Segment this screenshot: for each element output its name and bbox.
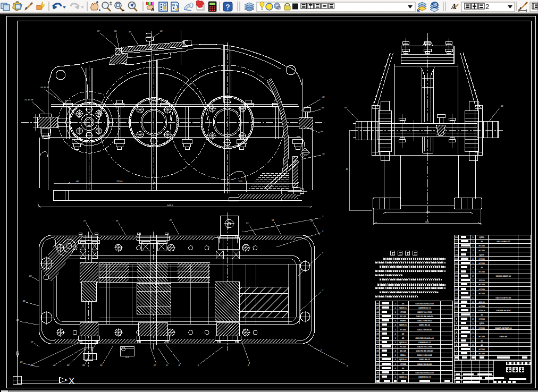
svg-text:40: 40	[160, 30, 163, 32]
svg-text:29: 29	[20, 361, 23, 363]
svg-text:41: 41	[376, 323, 379, 326]
svg-text:HT200: HT200	[479, 293, 485, 295]
svg-text:GB6170-86-M12: GB6170-86-M12	[417, 354, 432, 356]
svg-text:Q235: Q235	[480, 322, 484, 325]
svg-text:270: 270	[238, 180, 242, 183]
svg-text:23: 23	[455, 258, 458, 260]
svg-text:GB12-GB93-77: GB12-GB93-77	[497, 241, 510, 243]
svg-text:45: 45	[481, 340, 483, 342]
svg-text:GB5782-86-M12x40: GB5782-86-M12x40	[415, 303, 434, 305]
svg-text:14: 14	[455, 296, 458, 299]
svg-text:40: 40	[53, 364, 56, 367]
svg-text:19: 19	[455, 275, 458, 277]
svg-text:25: 25	[115, 219, 119, 222]
svg-text:38: 38	[82, 364, 85, 367]
svg-text:45: 45	[402, 302, 405, 305]
svg-text:13: 13	[455, 301, 458, 303]
svg-text:HT200: HT200	[479, 318, 485, 320]
svg-text:HT200: HT200	[479, 262, 485, 265]
svg-text:GB97-85-12: GB97-85-12	[419, 324, 430, 326]
svg-text:27: 27	[169, 219, 172, 221]
svg-text:7:1: 7:1	[503, 377, 507, 380]
svg-text:28: 28	[29, 275, 32, 277]
svg-text:20: 20	[455, 270, 458, 273]
svg-text:HT200: HT200	[479, 348, 485, 351]
svg-text:60: 60	[76, 180, 79, 183]
svg-text:17: 17	[455, 283, 458, 286]
svg-text:36: 36	[376, 345, 379, 348]
svg-text:HT200: HT200	[479, 245, 485, 247]
svg-text:GB93-85: GB93-85	[499, 336, 507, 338]
svg-text:65Mn: 65Mn	[400, 319, 406, 322]
svg-text:10: 10	[100, 364, 103, 367]
svg-text:30: 30	[376, 371, 379, 374]
svg-text:Q235-A: Q235-A	[399, 306, 407, 309]
svg-text:GB293-JB297-84: GB293-JB297-84	[496, 275, 511, 277]
svg-text:X: X	[69, 376, 74, 386]
svg-text:?: ?	[225, 3, 230, 11]
svg-text:42: 42	[376, 319, 379, 322]
svg-text:45: 45	[402, 367, 405, 370]
svg-text:31 30 29: 31 30 29	[24, 98, 33, 101]
svg-text:A-A: A-A	[125, 356, 129, 359]
svg-text:44: 44	[321, 130, 323, 133]
svg-text:Q235-A: Q235-A	[399, 323, 407, 326]
svg-text:45: 45	[481, 267, 483, 269]
svg-text:A235-A: A235-A	[478, 310, 485, 312]
svg-text:GB297-84-7208: GB297-84-7208	[417, 346, 432, 348]
svg-text:36: 36	[16, 319, 19, 321]
svg-text:19: 19	[31, 340, 33, 343]
svg-text:22: 22	[455, 262, 458, 265]
svg-text:GB5782-86-M12x40: GB5782-86-M12x40	[415, 337, 434, 339]
svg-text:233.5: 233.5	[116, 180, 123, 183]
svg-text:GB297-84-7208: GB297-84-7208	[417, 311, 432, 313]
svg-text:45: 45	[402, 371, 405, 374]
svg-text:32: 32	[376, 363, 379, 365]
svg-text:ZCr15: ZCr15	[400, 315, 406, 318]
svg-text:45: 45	[402, 337, 405, 339]
svg-text:HT200: HT200	[479, 288, 485, 291]
svg-text:GB278-GB793-84: GB278-GB793-84	[495, 297, 511, 299]
svg-text:1: 1	[321, 348, 322, 351]
svg-text:39: 39	[67, 364, 70, 367]
svg-text:HT200: HT200	[479, 250, 485, 252]
svg-text:HT200: HT200	[479, 336, 485, 338]
svg-text:26: 26	[455, 244, 458, 247]
svg-text:31: 31	[376, 367, 379, 370]
svg-text:10: 10	[455, 313, 458, 316]
svg-text:28: 28	[455, 236, 458, 238]
svg-text:ZCr15: ZCr15	[400, 350, 406, 352]
svg-text:33: 33	[376, 358, 379, 361]
svg-text:37: 37	[97, 30, 100, 32]
svg-text:33: 33	[23, 300, 26, 302]
svg-text:GB297-JB/T297-84: GB297-JB/T297-84	[495, 327, 512, 329]
svg-text:45: 45	[481, 344, 483, 346]
svg-text:35: 35	[114, 30, 117, 32]
svg-text:Q235: Q235	[480, 236, 484, 238]
svg-text:GB6170-86-M12: GB6170-86-M12	[417, 320, 432, 322]
svg-text:Q235-A: Q235-A	[399, 376, 407, 378]
svg-text:A: A	[151, 7, 155, 12]
svg-text:GB117-86-8x30: GB117-86-8x30	[417, 363, 432, 365]
svg-text:Q235: Q235	[480, 254, 484, 256]
svg-text:GB893-86-72: GB893-86-72	[418, 376, 431, 378]
svg-text:40: 40	[376, 328, 379, 331]
svg-text:HT200: HT200	[400, 363, 407, 365]
svg-text:25: 25	[455, 249, 458, 252]
svg-text:16: 16	[455, 288, 458, 291]
svg-text:GB5782-86-M8x25: GB5782-86-M8x25	[416, 350, 433, 352]
svg-text:37: 37	[376, 341, 379, 344]
svg-text:39: 39	[376, 333, 379, 335]
svg-text:Q235-A: Q235-A	[399, 358, 407, 361]
svg-text:48: 48	[501, 105, 503, 107]
svg-text:GB893-86-72: GB893-86-72	[418, 307, 431, 309]
svg-text:ZCr15: ZCr15	[479, 301, 485, 303]
svg-text:Q235-A: Q235-A	[399, 341, 407, 344]
svg-text:GB1096-86-M25: GB1096-86-M25	[496, 310, 510, 312]
svg-text:GB5782-86-M12x40: GB5782-86-M12x40	[415, 372, 434, 374]
svg-text:255: 255	[426, 210, 431, 213]
svg-text:543.5: 543.5	[167, 204, 173, 207]
svg-text:85: 85	[346, 167, 348, 170]
svg-text:HT200: HT200	[479, 284, 485, 286]
svg-text:HT200: HT200	[479, 327, 485, 329]
